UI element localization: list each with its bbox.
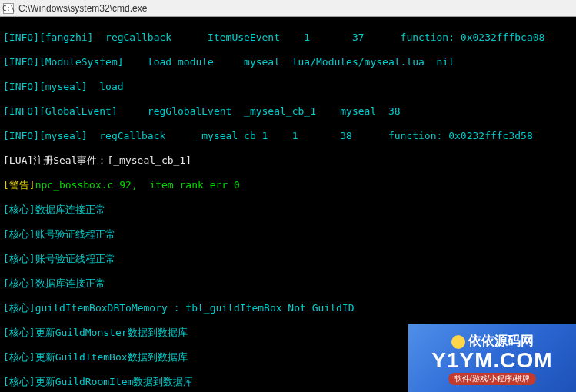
- watermark-site: Y1YM.COM: [431, 348, 552, 373]
- log-line: [INFO][myseal] regCallback _myseal_cb_1 …: [3, 130, 573, 142]
- window-title: C:\Windows\system32\cmd.exe: [18, 3, 147, 14]
- thumbs-up-icon: [451, 335, 465, 349]
- log-line: [警告]npc_bossbox.c 92, item rank err 0: [3, 179, 573, 191]
- log-line: [核心]账号验证线程正常: [3, 228, 573, 241]
- window-titlebar[interactable]: C:\ C:\Windows\system32\cmd.exe: [0, 0, 576, 17]
- watermark-sub: 软件/游戏/小程序/棋牌: [448, 373, 536, 385]
- watermark-overlay: 依依源码网 Y1YM.COM 软件/游戏/小程序/棋牌: [408, 324, 576, 392]
- log-line: [核心]账号验证线程正常: [3, 253, 573, 265]
- log-line: [INFO][myseal] load: [3, 81, 573, 93]
- watermark-title: 依依源码网: [451, 332, 534, 350]
- warn-text: npc_bossbox.c 92, item rank err 0: [35, 179, 240, 191]
- log-line: [核心]guildItemBoxDBToMemory : tbl_guildIt…: [3, 302, 573, 314]
- log-line: [INFO][fangzhi] regCallback ItemUseEvent…: [3, 32, 573, 44]
- warn-tag: [警告]: [3, 179, 35, 191]
- log-line: [LUA]注册Seal事件：[_myseal_cb_1]: [3, 154, 573, 167]
- watermark-title-text: 依依源码网: [468, 332, 534, 350]
- cmd-icon: C:\: [3, 3, 14, 14]
- log-line: [INFO][ModuleSystem] load module myseal …: [3, 56, 573, 68]
- log-line: [核心]数据库连接正常: [3, 204, 573, 216]
- log-line: [核心]数据库连接正常: [3, 277, 573, 290]
- log-line: [INFO][GlobalEvent] regGlobalEvent _myse…: [3, 105, 573, 118]
